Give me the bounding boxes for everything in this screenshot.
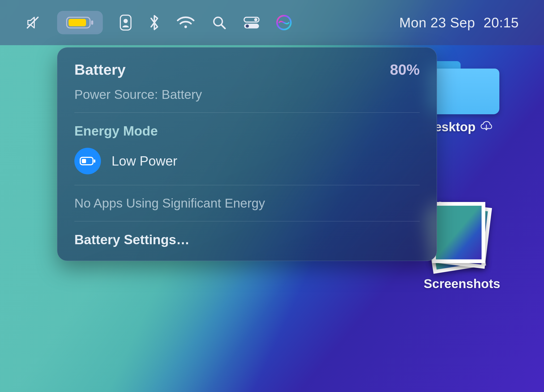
power-source-line: Power Source: Battery — [74, 87, 420, 102]
battery-settings-link[interactable]: Battery Settings… — [74, 232, 420, 247]
svg-rect-3 — [69, 19, 86, 26]
bluetooth-icon[interactable] — [148, 14, 160, 31]
volume-muted-icon[interactable] — [25, 15, 41, 31]
folder-icon — [428, 61, 499, 114]
spotlight-search-icon[interactable] — [211, 15, 227, 31]
menu-bar-clock[interactable]: Mon 23 Sep 20:15 — [399, 15, 519, 31]
svg-rect-15 — [94, 159, 95, 163]
cloud-download-icon — [480, 120, 492, 134]
divider — [74, 221, 420, 221]
svg-point-10 — [254, 18, 257, 21]
divider — [74, 112, 420, 113]
control-center-icon[interactable] — [243, 16, 260, 29]
desktop-folder-label: esktop — [435, 120, 476, 134]
energy-mode-value: Low Power — [112, 153, 177, 169]
battery-title: Battery — [74, 61, 126, 78]
desktop-folder-item[interactable]: esktop — [428, 61, 499, 134]
user-switch-icon[interactable] — [119, 14, 133, 31]
svg-line-8 — [221, 25, 225, 28]
low-power-battery-icon — [74, 148, 101, 174]
energy-mode-heading: Energy Mode — [74, 123, 420, 139]
screenshots-stack-label: Screenshots — [424, 276, 500, 291]
battery-icon — [66, 16, 94, 29]
svg-rect-2 — [91, 20, 93, 25]
clock-date: Mon 23 Sep — [399, 15, 475, 31]
siri-icon[interactable] — [276, 15, 292, 31]
svg-point-6 — [184, 26, 187, 28]
svg-point-5 — [124, 19, 128, 23]
battery-menubar-button[interactable] — [57, 11, 103, 34]
svg-rect-16 — [82, 159, 86, 163]
menu-bar: Mon 23 Sep 20:15 — [0, 0, 544, 45]
apps-energy-message: No Apps Using Significant Energy — [74, 196, 420, 210]
battery-dropdown-panel: Battery 80% Power Source: Battery Energy… — [57, 47, 437, 261]
wifi-icon[interactable] — [176, 15, 195, 30]
divider — [74, 185, 420, 185]
clock-time: 20:15 — [483, 15, 519, 31]
battery-percentage: 80% — [390, 61, 420, 78]
svg-point-12 — [246, 24, 249, 28]
energy-mode-row[interactable]: Low Power — [74, 148, 420, 174]
